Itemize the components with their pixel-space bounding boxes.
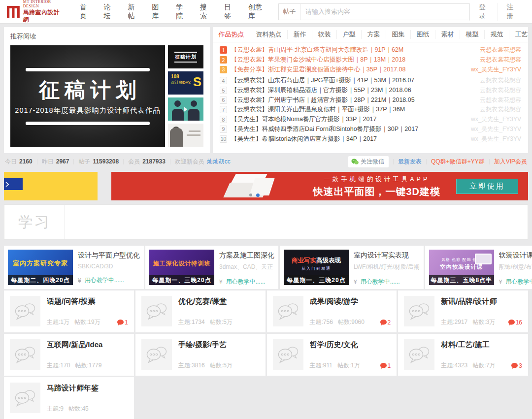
forum-card[interactable]: 互联网/新品/Idea 主题:170 帖数:1779 [4, 334, 134, 376]
nav-item-newposts[interactable]: 新帖 [121, 3, 145, 21]
tab-albums[interactable]: 图集 [386, 30, 411, 39]
forum-card[interactable]: 成果/阅读/游学 主题:756 帖数:9060 2 [267, 290, 397, 332]
tab-standards[interactable]: 规范 [485, 30, 509, 39]
nav-item-forum[interactable]: 论坛 [97, 3, 121, 21]
ad-banner-left[interactable] [4, 172, 98, 200]
post-title[interactable]: 【吴先生】科威特四季酒店Dai Forni和Sintoho餐厅摄影｜30P｜20… [231, 125, 464, 133]
hot-post-row[interactable]: 8 【吴先生】哥本哈根Noma餐厅官方摄影｜33P｜2017 wx_吴先生_FY… [220, 115, 521, 125]
tab-craft[interactable]: 工艺 [509, 30, 532, 39]
course-schedule: 每星期三、五晚8点半 [429, 275, 494, 285]
nav-item-home[interactable]: 首页 [73, 3, 97, 21]
forum-title[interactable]: 哲学/历史/文化 [310, 340, 391, 350]
forum-card[interactable]: 优化/竞赛/课堂 主题:1734 帖数:5万 [135, 290, 266, 332]
nav-item-ideas[interactable]: 创意库 [241, 3, 270, 21]
course-card[interactable]: 商业写实高级表现 从入门到精通 每星期一、三晚20点 室内设计写实表现 LWF/… [280, 246, 424, 289]
members-count: 2187933 [142, 158, 166, 165]
post-author[interactable]: wx_吴先生_FY3YV [471, 115, 521, 124]
post-title[interactable]: 【云想衣裳】青山周平-北京白塔寺胡同大杂院改造｜91P｜62M [231, 46, 473, 54]
course-card[interactable]: 风格 色彩 配饰 创意 室内软装设计课 每星期三、五晚8点半 软装设计课程 配饰… [425, 246, 532, 289]
post-title[interactable]: 【云想衣裳】深圳辰禧精品酒店｜官方摄影｜55P｜23M｜2018.06 [231, 86, 473, 95]
forum-card[interactable]: 话题/问答/投票 主题:1万 帖数:19万 1 [4, 290, 134, 332]
hot-post-row[interactable]: 2 【云想衣裳】苹果澳门金沙城中心店摄影大图｜8P｜13M｜2018 云想衣裳花… [220, 57, 521, 66]
post-author[interactable]: 云想衣裳花想容 [480, 76, 521, 85]
forum-title[interactable]: 话题/问答/投票 [47, 297, 128, 306]
login-button[interactable]: 登录 [469, 3, 497, 21]
app-ad-banner[interactable]: 一款手机端的设计工具APP 快速出平面图，一键3D建模 立即使用 [111, 172, 528, 200]
forum-title[interactable]: 手绘/摄影/手艺 [178, 340, 260, 350]
post-author[interactable]: 云想衣裳花想容 [480, 56, 521, 64]
thumb-call-for-entries[interactable]: 征稿计划 [168, 45, 203, 68]
tab-drawings[interactable]: 图纸 [411, 30, 435, 39]
course-card[interactable]: 室内方案研究专家 每星期二、四晚20点 设计与平面户型优化 SBK/CAD/3D… [4, 246, 144, 289]
hot-post-row[interactable]: 10 【吴先生】希腊Istoria休闲酒店官方摄影｜34P｜2017 wx_吴先… [220, 134, 521, 144]
hot-post-row[interactable]: 3 【免费分享】浙江郡安里君澜度假酒店接待中心｜35P｜2017.08 wx_吴… [220, 66, 521, 76]
post-title[interactable]: 【云想衣裳】山东石岛山居｜JPG平面+摄影｜41P｜53M｜2016.07 [231, 76, 473, 85]
thumb-designer-day[interactable]: 108 设计师DAY. S [168, 71, 203, 95]
course-thumbnail: 施工深化设计特训班 每星期一、三晚20点 [149, 250, 214, 285]
tab-soft-deco[interactable]: 软装 [312, 30, 337, 39]
hot-post-row[interactable]: 1 【云想衣裳】青山周平-北京白塔寺胡同大杂院改造｜91P｜62M 云想衣裳花想… [220, 47, 521, 57]
header: MT INTERIOR DESIGN 馬蹄室內設計網 首页 论坛 新帖 图库 学… [0, 0, 532, 24]
nav-item-gallery[interactable]: 图库 [145, 3, 169, 21]
register-button[interactable]: 注册 [498, 3, 525, 21]
post-author[interactable]: 云想衣裳花想容 [480, 96, 521, 104]
forum-title[interactable]: 新讯/品牌/设计师 [441, 297, 522, 306]
yesterday-count: 2967 [56, 158, 69, 165]
site-logo[interactable]: MT INTERIOR DESIGN 馬蹄室內設計網 [7, 0, 62, 24]
search-input[interactable] [300, 4, 469, 20]
nav-item-academy[interactable]: 学院 [169, 3, 193, 21]
rank-badge: 1 [220, 46, 227, 54]
tab-assets[interactable]: 素材 [435, 30, 460, 39]
post-title[interactable]: 【云想衣裳】苹果澳门金沙城中心店摄影大图｜8P｜13M｜2018 [231, 56, 473, 64]
main-nav: 首页 论坛 新帖 图库 学院 搜索 日签 创意库 [73, 3, 270, 21]
post-title[interactable]: 【云想衣裳】溧阳美岕山野温泉度假村｜平面+摄影｜37P｜36M [231, 105, 473, 114]
forum-title[interactable]: 马蹄设计师年鉴 [47, 384, 128, 393]
forum-card[interactable]: 手绘/摄影/手艺 主题:3816 帖数:5万 [135, 334, 266, 376]
post-author[interactable]: wx_吴先生_FY3YV [471, 125, 521, 133]
forum-title[interactable]: 互联网/新品/Idea [47, 340, 128, 350]
forum-title[interactable]: 成果/阅读/游学 [310, 297, 391, 306]
thumb-portrait-article[interactable] [168, 124, 203, 147]
nav-item-daily[interactable]: 日签 [217, 3, 241, 21]
hot-post-row[interactable]: 7 【云想衣裳】溧阳美岕山野温泉度假村｜平面+摄影｜37P｜36M 云想衣裳花想… [220, 105, 521, 115]
post-title[interactable]: 【云想衣裳】广州唐宁书店｜超清官方摄影｜28P｜221M｜2018.05 [231, 96, 473, 104]
search-category-select[interactable]: 帖子 [279, 4, 300, 20]
post-title[interactable]: 【免费分享】浙江郡安里君澜度假酒店接待中心｜35P｜2017.08 [231, 65, 464, 74]
hot-post-row[interactable]: 6 【云想衣裳】广州唐宁书店｜超清官方摄影｜28P｜221M｜2018.05 云… [220, 95, 521, 105]
tab-works-hot[interactable]: 作品热点 [213, 30, 250, 39]
forum-title[interactable]: 材料/工艺/施工 [441, 340, 522, 350]
post-author[interactable]: 云想衣裳花想容 [480, 105, 521, 114]
tab-scheme[interactable]: 方案 [362, 30, 386, 39]
forum-title[interactable]: 优化/竞赛/课堂 [178, 297, 260, 306]
nav-item-search[interactable]: 搜索 [193, 3, 217, 21]
post-title[interactable]: 【吴先生】希腊Istoria休闲酒店官方摄影｜34P｜2017 [231, 135, 464, 143]
tab-models[interactable]: 模型 [460, 30, 485, 39]
post-author[interactable]: 云想衣裳花想容 [480, 86, 521, 95]
new-member-link[interactable]: 灿灿胡cc [207, 158, 231, 166]
price-symbol: ¥ [354, 279, 357, 286]
thumb-interview-video[interactable] [168, 97, 203, 121]
learn-section-header: 学习 [4, 204, 528, 240]
hot-post-row[interactable]: 4 【云想衣裳】山东石岛山居｜JPG平面+摄影｜41P｜53M｜2016.07 … [220, 76, 521, 86]
latest-posts-link[interactable]: 最新发表 [398, 158, 422, 166]
join-vip-link[interactable]: 加入VIP会员 [494, 158, 527, 166]
forum-card[interactable]: 马蹄设计师年鉴 主题:9 帖数:45 [4, 377, 134, 419]
post-author[interactable]: wx_吴先生_FY3YV [471, 135, 521, 143]
hero-banner[interactable]: 征稿计划 2017-2018年度最具影响力设计师代表作品 [10, 45, 165, 147]
post-author[interactable]: wx_吴先生_FY3YV [471, 65, 521, 74]
forum-card[interactable]: 材料/工艺/施工 主题:4323 帖数:7万 3 [398, 334, 528, 376]
new-replies-badge: 2 [380, 319, 391, 326]
tab-layout[interactable]: 户型 [337, 30, 362, 39]
use-now-button[interactable]: 立即使用 [456, 179, 518, 194]
hot-post-row[interactable]: 9 【吴先生】科威特四季酒店Dai Forni和Sintoho餐厅摄影｜30P｜… [220, 125, 521, 134]
post-title[interactable]: 【吴先生】哥本哈根Noma餐厅官方摄影｜33P｜2017 [231, 115, 464, 124]
tab-materials-hot[interactable]: 资料热点 [250, 30, 288, 39]
post-author[interactable]: 云想衣裳花想容 [480, 46, 521, 54]
forum-card[interactable]: 哲学/历史/文化 主题:911 帖数:1万 1 [267, 334, 397, 376]
follow-wechat-button[interactable]: 关注微信 [348, 156, 389, 167]
tab-new-works[interactable]: 新作 [288, 30, 312, 39]
forum-card[interactable]: 新讯/品牌/设计师 主题:2917 帖数:3万 16 [398, 290, 528, 332]
groups-link[interactable]: QQ群+微信群+YY群 [431, 158, 485, 166]
hot-post-row[interactable]: 5 【云想衣裳】深圳辰禧精品酒店｜官方摄影｜55P｜23M｜2018.06 云想… [220, 86, 521, 96]
course-card[interactable]: 施工深化设计特训班 每星期一、三晚20点 方案及施工图深化 3dmax、CAD、… [145, 246, 278, 289]
